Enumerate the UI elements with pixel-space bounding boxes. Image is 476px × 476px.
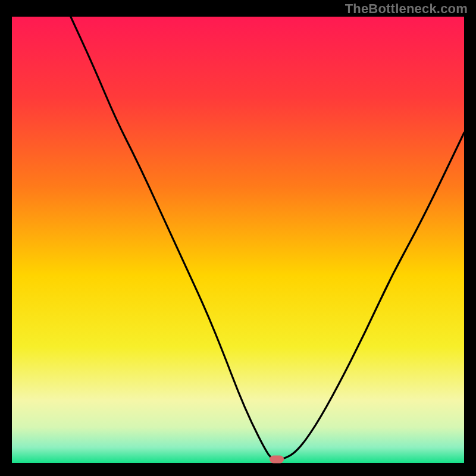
plot-area [12,17,464,463]
chart-frame: TheBottleneck.com [0,0,476,476]
watermark-text: TheBottleneck.com [345,1,468,17]
bottleneck-curve [12,17,464,463]
optimum-marker [270,456,284,464]
